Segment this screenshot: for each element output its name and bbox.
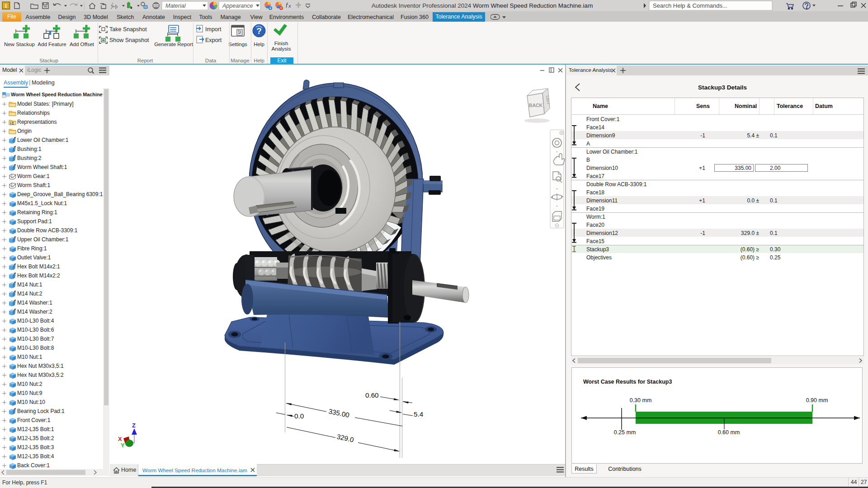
- svg-text:0.60: 0.60: [365, 391, 379, 399]
- svg-text:335.00: 335.00: [328, 407, 350, 419]
- svg-text:Search Help & Commands...: Search Help & Commands...: [653, 2, 727, 9]
- svg-text:Y: Y: [121, 442, 125, 449]
- svg-text:Material: Material: [165, 3, 186, 9]
- svg-text:BACK: BACK: [529, 103, 543, 108]
- svg-text:x: x: [288, 3, 291, 9]
- svg-text:?: ?: [256, 26, 262, 36]
- svg-text:329.0: 329.0: [336, 432, 354, 444]
- svg-text:Z: Z: [132, 422, 136, 429]
- svg-text:X: X: [118, 436, 122, 442]
- svg-text:0.0: 0.0: [294, 412, 304, 420]
- svg-text:Autodesk Inventor Professional: Autodesk Inventor Professional 2024: [372, 2, 472, 9]
- svg-text:Worm Wheel Speed Reduction Mac: Worm Wheel Speed Reduction Machine.iam: [473, 2, 593, 9]
- svg-text:Appearance: Appearance: [222, 3, 253, 9]
- svg-text:5.4: 5.4: [414, 410, 423, 418]
- svg-text:I: I: [5, 2, 7, 9]
